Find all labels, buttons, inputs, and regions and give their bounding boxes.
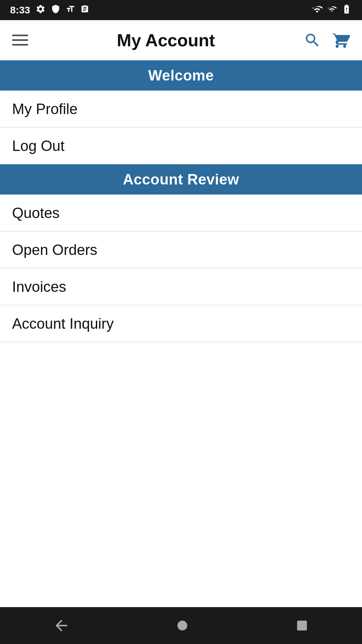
recents-button[interactable] bbox=[295, 618, 309, 633]
my-profile-label: My Profile bbox=[12, 101, 78, 117]
back-button[interactable] bbox=[53, 617, 70, 634]
page-title: My Account bbox=[117, 30, 215, 50]
open-orders-label: Open Orders bbox=[12, 241, 97, 258]
welcome-header-text: Welcome bbox=[148, 67, 214, 84]
log-out-label: Log Out bbox=[12, 138, 65, 154]
quotes-label: Quotes bbox=[12, 205, 60, 221]
top-nav: My Account bbox=[0, 20, 362, 60]
log-out-item[interactable]: Log Out bbox=[0, 127, 362, 164]
cart-button[interactable] bbox=[332, 31, 350, 49]
welcome-section-header: Welcome bbox=[0, 60, 362, 91]
status-left: 8:33 bbox=[10, 4, 89, 16]
svg-point-0 bbox=[177, 621, 187, 630]
main-content: Welcome My Profile Log Out Account Revie… bbox=[0, 60, 362, 607]
signal-icon bbox=[327, 4, 337, 16]
open-orders-item[interactable]: Open Orders bbox=[0, 231, 362, 268]
my-profile-item[interactable]: My Profile bbox=[0, 91, 362, 127]
bottom-nav bbox=[0, 607, 362, 644]
status-bar: 8:33 bbox=[0, 0, 362, 20]
status-time: 8:33 bbox=[10, 4, 30, 16]
clipboard-icon bbox=[80, 5, 89, 16]
font-icon bbox=[66, 4, 75, 16]
home-button[interactable] bbox=[175, 618, 190, 633]
account-review-header-text: Account Review bbox=[123, 171, 239, 188]
quotes-item[interactable]: Quotes bbox=[0, 195, 362, 231]
shield-icon bbox=[51, 4, 60, 16]
settings-icon bbox=[36, 4, 46, 16]
account-inquiry-item[interactable]: Account Inquiry bbox=[0, 305, 362, 342]
wifi-icon bbox=[312, 4, 322, 17]
hamburger-menu-button[interactable] bbox=[12, 35, 28, 46]
account-review-section-header: Account Review bbox=[0, 164, 362, 195]
account-inquiry-label: Account Inquiry bbox=[12, 315, 114, 332]
status-right bbox=[312, 4, 352, 17]
invoices-label: Invoices bbox=[12, 278, 66, 295]
search-button[interactable] bbox=[304, 32, 321, 49]
battery-icon bbox=[341, 4, 352, 17]
nav-action-icons bbox=[304, 31, 350, 49]
svg-rect-1 bbox=[297, 621, 307, 630]
invoices-item[interactable]: Invoices bbox=[0, 268, 362, 305]
